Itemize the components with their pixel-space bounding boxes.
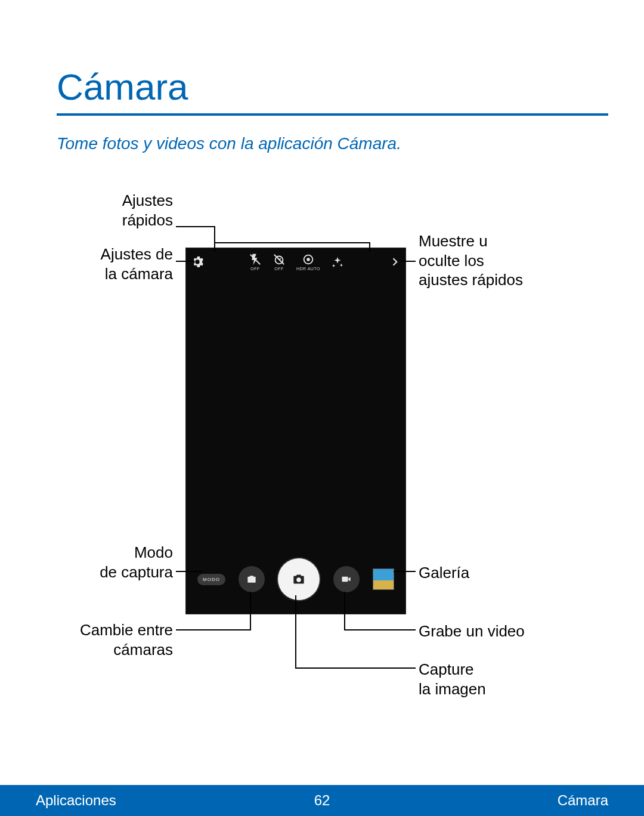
footer-left: Aplicaciones xyxy=(36,792,116,809)
page-subtitle: Tome fotos y videos con la aplicación Cá… xyxy=(57,134,401,153)
gallery-thumbnail[interactable] xyxy=(373,568,394,590)
page-title: Cámara xyxy=(57,66,188,108)
sparkle-icon xyxy=(331,255,344,268)
toggle-quick-settings-button[interactable] xyxy=(389,256,401,268)
hdr-icon-glyph xyxy=(302,253,315,266)
mode-button[interactable]: MODO xyxy=(197,574,225,585)
settings-icon[interactable] xyxy=(191,255,204,268)
hdr-icon[interactable]: HDR AUTO xyxy=(296,253,320,271)
quick-settings-group: OFF OFF HDR AUTO xyxy=(249,253,344,271)
switch-camera-icon xyxy=(246,573,258,585)
footer-page-number: 62 xyxy=(314,792,330,809)
timer-icon[interactable]: OFF xyxy=(273,253,286,271)
callout-quick-settings: Ajustes rápidos xyxy=(72,191,173,230)
camera-topbar: OFF OFF HDR AUTO xyxy=(186,248,405,276)
timer-off-icon xyxy=(273,253,286,266)
callout-record-video: Grabe un video xyxy=(419,622,574,641)
timer-sub-label: OFF xyxy=(274,267,284,271)
video-icon xyxy=(340,573,352,585)
flash-sub-label: OFF xyxy=(250,267,260,271)
callout-camera-settings: Ajustes de la cámara xyxy=(69,245,173,283)
callout-capture-image: Capture la imagen xyxy=(419,660,538,698)
camera-bottombar: MODO xyxy=(186,553,405,605)
record-video-button[interactable] xyxy=(333,566,360,592)
phone-screenshot: OFF OFF HDR AUTO MODO xyxy=(185,248,406,614)
gear-icon xyxy=(191,255,204,268)
lightning-off-icon xyxy=(249,253,262,266)
hdr-sub-label: HDR AUTO xyxy=(296,267,320,271)
callout-capture-mode: Modo de captura xyxy=(63,543,173,582)
callout-gallery: Galería xyxy=(419,563,538,583)
chevron-right-icon xyxy=(389,256,401,268)
callout-toggle-quick-settings: Muestre u oculte los ajustes rápidos xyxy=(419,231,568,290)
switch-camera-button[interactable] xyxy=(239,566,265,592)
title-rule xyxy=(57,113,608,116)
page-footer: Aplicaciones 62 Cámara xyxy=(0,785,644,816)
shutter-button[interactable] xyxy=(278,558,320,600)
callout-switch-cameras: Cambie entre cámaras xyxy=(57,620,173,659)
camera-icon xyxy=(291,571,306,587)
footer-right: Cámara xyxy=(558,792,608,809)
effects-icon[interactable] xyxy=(331,255,344,268)
svg-point-5 xyxy=(306,258,310,261)
flash-icon[interactable]: OFF xyxy=(249,253,262,271)
